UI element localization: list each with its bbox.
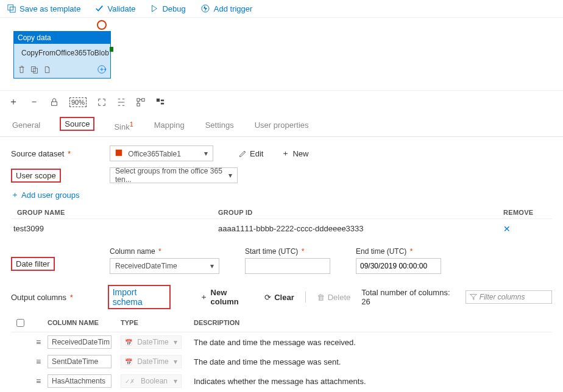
tab-settings[interactable]: Settings bbox=[204, 117, 235, 136]
zoom-fit-icon[interactable]: 90% bbox=[69, 97, 87, 107]
start-time-label: Start time (UTC) * bbox=[245, 247, 330, 256]
column-name-label: Column name * bbox=[110, 247, 219, 256]
remove-group-button[interactable]: ✕ bbox=[503, 224, 552, 234]
copy-data-activity[interactable]: Copy data CopyFromOffice365ToBlob bbox=[13, 31, 111, 79]
user-scope-label: User scope bbox=[11, 169, 102, 183]
clone-activity-icon[interactable] bbox=[43, 66, 51, 74]
column-name-input[interactable]: ReceivedDateTim bbox=[48, 335, 112, 349]
column-description: The date and time the message was receiv… bbox=[194, 338, 552, 347]
tab-source[interactable]: Source bbox=[60, 117, 94, 136]
plus-icon: ＋ bbox=[11, 189, 19, 200]
activity-header: Copy data bbox=[14, 32, 110, 44]
source-dataset-dropdown[interactable]: Office365Table1 ▾ bbox=[110, 145, 213, 161]
tab-general[interactable]: General bbox=[11, 117, 41, 136]
chevron-down-icon: ▾ bbox=[228, 171, 232, 180]
auto-align-icon[interactable] bbox=[117, 98, 126, 107]
office365-icon bbox=[115, 149, 122, 156]
pipeline-canvas[interactable]: Copy data CopyFromOffice365ToBlob bbox=[0, 18, 563, 91]
user-scope-dropdown[interactable]: Select groups from the office 365 ten...… bbox=[110, 167, 238, 183]
start-time-input[interactable] bbox=[245, 258, 330, 274]
svg-rect-1 bbox=[10, 7, 15, 12]
type-icon: 📅 bbox=[125, 359, 132, 365]
chevron-down-icon: ▾ bbox=[174, 377, 177, 385]
chevron-down-icon: ▾ bbox=[174, 357, 177, 366]
column-row: ≡HasAttachments✓✗Boolean▾Indicates wheth… bbox=[11, 371, 552, 391]
source-dataset-label: Source dataset * bbox=[11, 149, 102, 158]
type-icon: 📅 bbox=[125, 339, 132, 346]
clear-button[interactable]: ⟳Clear bbox=[264, 293, 294, 302]
column-description: Indicates whether the message has attach… bbox=[194, 377, 552, 386]
column-name-input[interactable]: SentDateTime bbox=[48, 355, 112, 368]
group-row: test3099 aaaa1111-bbbb-2222-cccc-dddeeee… bbox=[11, 219, 552, 239]
import-schema-button[interactable]: Import schema bbox=[108, 285, 171, 309]
save-template-icon bbox=[7, 4, 16, 13]
debug-button[interactable]: Debug bbox=[150, 4, 185, 13]
svg-rect-12 bbox=[157, 98, 160, 101]
total-columns-text: Total number of columns: 26 bbox=[361, 288, 455, 306]
svg-rect-0 bbox=[8, 5, 13, 10]
plus-icon: ＋ bbox=[282, 148, 289, 159]
new-button[interactable]: ＋ New bbox=[282, 148, 308, 159]
date-filter-label: Date filter bbox=[11, 247, 102, 271]
column-row: ≡SentDateTime📅DateTime▾The date and time… bbox=[11, 352, 552, 371]
add-user-groups-button[interactable]: ＋Add user groups bbox=[11, 189, 552, 200]
source-form: Source dataset * Office365Table1 ▾ Edit … bbox=[0, 137, 563, 392]
tab-sink[interactable]: Sink1 bbox=[113, 117, 134, 136]
canvas-toolbar: ＋ － 90% bbox=[0, 91, 563, 113]
activity-footer bbox=[14, 62, 110, 78]
chevron-down-icon: ▾ bbox=[174, 338, 177, 346]
refresh-icon: ⟳ bbox=[264, 293, 271, 302]
trash-icon: 🗑 bbox=[317, 293, 325, 302]
plus-icon: ＋ bbox=[200, 292, 208, 303]
output-columns-label: Output columns * bbox=[11, 293, 97, 302]
activity-body: CopyFromOffice365ToBlob bbox=[14, 44, 110, 62]
copy-activity-icon[interactable] bbox=[30, 66, 38, 74]
drag-handle-icon[interactable]: ≡ bbox=[29, 357, 48, 366]
tree-view-icon[interactable] bbox=[156, 98, 165, 107]
success-port-icon[interactable] bbox=[110, 47, 113, 52]
fullscreen-icon[interactable] bbox=[97, 98, 106, 107]
layout-icon[interactable] bbox=[136, 98, 145, 107]
zoom-out-icon[interactable]: － bbox=[29, 96, 39, 108]
svg-rect-8 bbox=[52, 102, 57, 105]
column-type-dropdown[interactable]: ✓✗Boolean▾ bbox=[121, 374, 182, 388]
lock-icon[interactable] bbox=[50, 98, 58, 107]
delete-column-button: 🗑Delete bbox=[317, 293, 351, 302]
svg-rect-11 bbox=[137, 103, 140, 105]
column-description: The date and time the message was sent. bbox=[194, 357, 552, 366]
delete-activity-icon[interactable] bbox=[18, 66, 26, 74]
play-icon bbox=[150, 4, 158, 13]
type-icon: ✓✗ bbox=[125, 378, 135, 385]
filter-columns-input[interactable]: Filter columns bbox=[466, 290, 552, 304]
pencil-icon bbox=[239, 150, 247, 158]
columns-table-header: Column Name Type Description bbox=[11, 315, 552, 332]
save-as-template-button[interactable]: Save as template bbox=[7, 4, 80, 13]
column-row: ≡ReceivedDateTim📅DateTime▾The date and t… bbox=[11, 332, 552, 352]
filter-icon bbox=[470, 293, 477, 301]
end-time-input[interactable] bbox=[356, 258, 441, 274]
svg-rect-9 bbox=[137, 98, 140, 100]
svg-rect-13 bbox=[161, 99, 164, 101]
tab-user-properties[interactable]: User properties bbox=[253, 117, 310, 136]
column-name-input[interactable]: HasAttachments bbox=[48, 374, 112, 388]
groups-table-header: Group Name Group ID Remove bbox=[11, 206, 552, 219]
top-toolbar: Save as template Validate Debug Add trig… bbox=[0, 0, 563, 18]
check-icon bbox=[95, 4, 104, 13]
new-column-button[interactable]: ＋New column bbox=[200, 288, 254, 306]
column-type-dropdown[interactable]: 📅DateTime▾ bbox=[121, 355, 182, 368]
chevron-down-icon: ▾ bbox=[210, 262, 214, 270]
drag-handle-icon[interactable]: ≡ bbox=[29, 376, 48, 386]
svg-rect-14 bbox=[161, 102, 164, 104]
tab-mapping[interactable]: Mapping bbox=[153, 117, 186, 136]
svg-rect-10 bbox=[142, 98, 144, 100]
add-trigger-button[interactable]: Add trigger bbox=[200, 4, 253, 13]
select-all-checkbox[interactable] bbox=[16, 319, 24, 327]
validate-button[interactable]: Validate bbox=[95, 4, 135, 13]
output-columns-table: Column Name Type Description ≡ReceivedDa… bbox=[11, 315, 552, 392]
edit-button[interactable]: Edit bbox=[239, 149, 263, 158]
expand-activity-icon[interactable] bbox=[97, 65, 107, 74]
column-name-dropdown[interactable]: ReceivedDateTime ▾ bbox=[110, 258, 219, 274]
drag-handle-icon[interactable]: ≡ bbox=[29, 337, 48, 347]
zoom-in-icon[interactable]: ＋ bbox=[9, 96, 18, 108]
column-type-dropdown[interactable]: 📅DateTime▾ bbox=[121, 335, 182, 349]
